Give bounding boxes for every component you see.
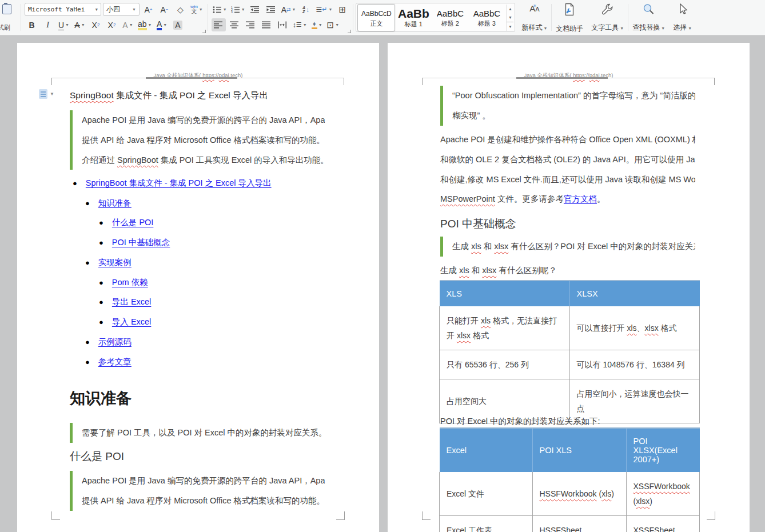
italic-button[interactable]: I: [41, 18, 55, 31]
table-cell: 可以有 1048576 行、16384 列: [569, 350, 700, 379]
document-assistant-icon: [563, 3, 576, 16]
chevron-down-icon: ▼: [95, 7, 98, 12]
margin-mark: [336, 511, 345, 520]
strikethrough-button[interactable]: A▼: [73, 18, 87, 31]
text-run: 只能打开: [447, 316, 481, 325]
font-color-button[interactable]: A▼: [155, 18, 169, 31]
increase-font-button[interactable]: A+: [141, 3, 156, 16]
svg-text:3: 3: [231, 10, 233, 14]
text-line: Java 全栈知识体系( https://pdai.tech): [388, 66, 750, 86]
toc-link[interactable]: 知识准备: [98, 198, 132, 209]
bullet-icon: ●: [99, 318, 103, 326]
document-canvas[interactable]: Java 全栈知识体系( https://pdai.tech) ▼ Spring…: [0, 35, 765, 532]
font-dialog-launcher[interactable]: [202, 30, 206, 33]
toc-link[interactable]: SpringBoot 集成文件 - 集成 POI 之 Excel 导入导出: [86, 178, 272, 189]
toc-link[interactable]: 什么是 POI: [112, 217, 154, 228]
toc-link[interactable]: Pom 依赖: [112, 277, 148, 288]
document-assistant-button[interactable]: 文档助手: [552, 0, 587, 35]
superscript-button[interactable]: X2: [89, 18, 103, 31]
text-line: 生成 xls 和 xlsx 有什么区别？POI 对 Excel 中的对象的封装对…: [452, 237, 695, 257]
style-heading-1[interactable]: AaBb 标题 1: [395, 5, 432, 30]
shading-button[interactable]: ⬧▼: [310, 18, 324, 31]
paragraph-style-selector[interactable]: ▼: [39, 89, 54, 99]
paragraph-dialog-launcher[interactable]: [348, 30, 351, 33]
text-direction-button[interactable]: A⇄▼: [280, 3, 297, 16]
text-run: HSSFWorkbook: [540, 489, 597, 498]
distribute-button[interactable]: [276, 18, 290, 31]
text-effects-button[interactable]: A▼: [121, 18, 135, 31]
bold-button[interactable]: B: [25, 18, 39, 31]
text-line: “Poor Obfuscation Implementation” 的首字母缩写…: [452, 86, 695, 106]
text-run: xlsx: [482, 266, 496, 275]
align-right-button[interactable]: [244, 18, 258, 31]
format-painter-button[interactable]: 式刷: [0, 23, 17, 32]
toc-link[interactable]: 导出 Excel: [112, 297, 152, 307]
blockquote: Apache POI 是用 Java 编写的免费开源的跨平台的 Java API…: [70, 471, 325, 511]
toc-link[interactable]: POI 中基础概念: [112, 237, 170, 248]
text-run: (: [597, 489, 602, 498]
style-normal[interactable]: AaBbCcD 正文: [357, 4, 395, 31]
show-marks-button[interactable]: ☰↵▼: [314, 3, 333, 16]
bullet-icon: ●: [85, 199, 90, 207]
align-center-icon: [230, 21, 239, 29]
text-run: xls: [601, 489, 611, 498]
align-center-button[interactable]: [228, 18, 242, 31]
style-heading-2[interactable]: AaBbC 标题 2: [432, 5, 468, 30]
text-run: 格式: [659, 323, 677, 333]
decrease-indent-button[interactable]: [248, 3, 262, 16]
text-tools-button[interactable]: 文字工具▼: [587, 0, 628, 35]
borders-button[interactable]: ⊡▼: [326, 18, 341, 31]
increase-indent-button[interactable]: [264, 3, 278, 16]
style-preview: AaBb: [398, 7, 429, 20]
text-run: xlsx: [457, 331, 471, 340]
pinyin-icon: wén文: [190, 5, 198, 14]
style-label: 正文: [370, 19, 382, 27]
toc-link[interactable]: 导入 Excel: [112, 317, 152, 327]
line-spacing-button[interactable]: ↕☰▼: [292, 18, 308, 31]
text-line: Apache POI 是创建和维护操作各种符合 Office Open XML …: [440, 130, 695, 150]
insert-frame-button[interactable]: ⊞: [335, 3, 349, 16]
bullet-icon: ●: [85, 258, 90, 267]
highlight-color-button[interactable]: ab▼: [137, 18, 153, 31]
bullet-list-button[interactable]: ▼: [212, 3, 228, 16]
styles-more-button[interactable]: ▼: [507, 22, 513, 31]
toc-item: ●知识准备: [70, 193, 329, 213]
toc-link[interactable]: 示例源码: [98, 337, 132, 347]
justify-button[interactable]: [260, 18, 274, 31]
subscript-button[interactable]: X2: [105, 18, 119, 31]
decrease-font-button[interactable]: A−: [157, 3, 172, 16]
table-cell: 只有 65536 行、256 列: [440, 350, 570, 379]
styles-scroll-up-button[interactable]: ▲: [507, 5, 513, 13]
style-preview: AaBbCcD: [361, 8, 392, 19]
page-left[interactable]: Java 全栈知识体系( https://pdai.tech) ▼ Spring…: [17, 43, 379, 532]
table-cell: HSSFSheet: [532, 516, 626, 532]
clear-format-button[interactable]: ◇: [173, 3, 188, 16]
distribute-icon: [278, 21, 287, 29]
styles-scroll-down-button[interactable]: ▼: [507, 13, 513, 22]
return-mark-icon: ↵: [322, 6, 327, 13]
column-header: XLSX: [569, 281, 700, 306]
font-name-combo[interactable]: Microsoft YaHei▼: [25, 3, 101, 16]
style-heading-3[interactable]: AaBbC 标题 3: [468, 5, 505, 30]
bullet-list-icon: [213, 6, 222, 14]
text-run: Apache POI 是创建和维护操作各种符合 Office Open XML …: [440, 135, 695, 144]
numbered-list-button[interactable]: 123▼: [230, 3, 246, 16]
group-divider: [353, 4, 353, 31]
character-shading-button[interactable]: A: [171, 18, 185, 31]
sort-button[interactable]: AZ↓: [298, 3, 313, 16]
select-button[interactable]: 选择▼: [669, 0, 696, 35]
page-right[interactable]: Java 全栈知识体系( https://pdai.tech) “Poor Ob…: [388, 43, 750, 532]
hyperlink[interactable]: 官方文档: [564, 194, 597, 203]
find-replace-button[interactable]: 查找替换▼: [628, 0, 669, 35]
toc-link[interactable]: 实现案例: [98, 257, 132, 268]
toc-link[interactable]: 参考文章: [98, 357, 132, 367]
pinyin-guide-button[interactable]: wén文▼: [189, 3, 204, 16]
paste-button[interactable]: [0, 2, 17, 15]
text-run: MSPowerPoint: [440, 194, 495, 203]
align-left-button[interactable]: [212, 18, 226, 31]
new-style-button[interactable]: AA✳ 新样式▼: [517, 0, 551, 35]
font-size-combo[interactable]: 小四▼: [103, 3, 140, 16]
underline-button[interactable]: U▼: [57, 18, 71, 31]
blockquote: 需要了解 POI 工具，以及 POI 对 Excel 中的对象的封装对应关系。: [70, 423, 325, 443]
text-run: 提供 API 给 Java 程序对 Microsoft Office 格式档案读…: [82, 135, 325, 145]
